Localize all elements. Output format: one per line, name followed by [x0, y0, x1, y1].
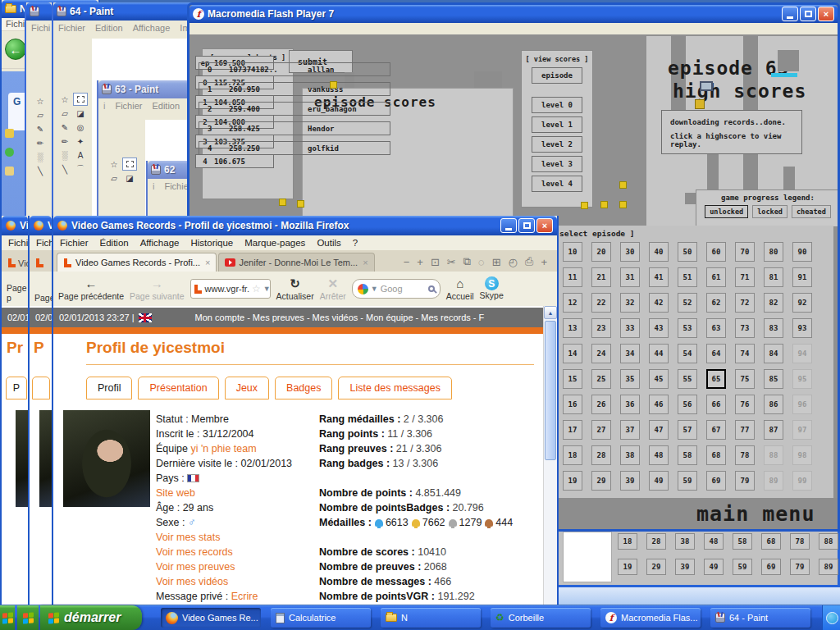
episode-button[interactable]: 13: [563, 318, 582, 338]
site-topnav[interactable]: Mon compte - Mes preuves - Mes vidéos - …: [195, 313, 485, 322]
cut-icon[interactable]: ✂: [447, 256, 456, 268]
taskbar-item[interactable]: ♻Corbeille: [491, 608, 591, 628]
episode-button[interactable]: 81: [764, 267, 783, 287]
line-tool-icon[interactable]: ╲: [57, 162, 72, 176]
select-tool-icon[interactable]: [73, 93, 88, 106]
paint-menu-item[interactable]: Affichage: [133, 23, 171, 33]
episode-button[interactable]: 15: [563, 369, 582, 389]
episode-button[interactable]: 60: [706, 242, 726, 262]
episode-button[interactable]: 70: [735, 242, 755, 262]
scroll-up-icon[interactable]: ▲: [544, 306, 557, 319]
add-toolbar-icon[interactable]: +: [541, 256, 547, 268]
stop-button[interactable]: ✕ Arrêter: [320, 276, 346, 302]
episode-button[interactable]: 99: [792, 471, 812, 491]
episode-button[interactable]: 12: [563, 293, 582, 313]
level-button[interactable]: level 0: [532, 97, 582, 113]
paste-icon[interactable]: ⊡: [431, 256, 440, 268]
episode-button[interactable]: 61: [706, 267, 726, 287]
start-button[interactable]: démarrer: [40, 605, 142, 630]
episode-button[interactable]: 21: [591, 267, 611, 287]
fill-tool-icon[interactable]: ◪: [122, 171, 137, 185]
start-button-fragment[interactable]: [0, 605, 15, 630]
main-menu-button[interactable]: main menu: [696, 502, 815, 526]
eraser-tool-icon[interactable]: ▱: [107, 171, 121, 185]
episode-button[interactable]: 89: [764, 471, 783, 491]
back-button[interactable]: ← Page précédente: [58, 276, 124, 302]
episode-button[interactable]: 54: [678, 344, 697, 363]
episode-button[interactable]: 31: [620, 267, 640, 287]
episode-button[interactable]: 41: [649, 267, 669, 287]
taskbar-item[interactable]: N: [381, 608, 481, 628]
profile-link[interactable]: Ecrire: [231, 591, 258, 602]
firefox-menu-item[interactable]: Affichage: [140, 238, 180, 248]
episode-button[interactable]: 68: [761, 533, 781, 550]
tab-close-icon[interactable]: ×: [205, 258, 210, 267]
profile-link[interactable]: Voir mes vidéos: [156, 576, 228, 587]
legend-unlocked-button[interactable]: unlocked: [705, 205, 748, 218]
browser-tab[interactable]: Jenifer - Donne-Moi Le Tem...×: [218, 253, 374, 272]
paint-menu-item[interactable]: Fichi: [31, 23, 50, 33]
paint-titlebar[interactable]: [26, 2, 52, 21]
episode-button[interactable]: 67: [706, 420, 726, 440]
episode-button[interactable]: 97: [792, 420, 812, 440]
episode-button[interactable]: 34: [620, 344, 640, 363]
profile-tab-badges[interactable]: Badges: [275, 377, 332, 399]
episode-button[interactable]: 58: [678, 445, 697, 465]
search-engine-dropdown-icon[interactable]: ▼: [371, 285, 378, 293]
episode-button[interactable]: 29: [591, 471, 611, 491]
brush-tool-icon[interactable]: ✦: [73, 135, 88, 148]
profile-tab-jeux[interactable]: Jeux: [225, 377, 269, 399]
episode-button[interactable]: 75: [735, 369, 755, 389]
firefox-menu-item[interactable]: ?: [353, 238, 358, 248]
firefox-titlebar[interactable]: V: [30, 216, 52, 235]
episode-button[interactable]: 66: [706, 395, 726, 414]
episode-button[interactable]: 87: [764, 420, 783, 440]
episode-button[interactable]: 76: [735, 395, 755, 414]
pencil-tool-icon[interactable]: ✏: [57, 135, 72, 148]
episode-button[interactable]: 78: [735, 445, 755, 465]
episode-button[interactable]: 93: [792, 318, 812, 338]
firefox-menu-item[interactable]: Édition: [100, 238, 129, 248]
episode-button[interactable]: 69: [761, 559, 781, 575]
airbrush-tool-icon[interactable]: ░: [33, 150, 48, 163]
eraser-tool-icon[interactable]: ▱: [57, 107, 72, 120]
paint-menu-item[interactable]: Edition: [95, 23, 123, 33]
episode-button[interactable]: 86: [764, 395, 783, 414]
profile-tab-profil[interactable]: Profil: [86, 377, 132, 399]
episode-button[interactable]: 29: [646, 559, 666, 575]
episode-button[interactable]: 52: [678, 293, 697, 313]
episode-button[interactable]: 56: [678, 395, 697, 414]
episode-button[interactable]: 40: [649, 242, 669, 262]
firefox-titlebar[interactable]: Video Games Records - Profil de yicestmo…: [53, 216, 557, 235]
episode-button[interactable]: 44: [649, 344, 669, 363]
episode-button[interactable]: 53: [678, 318, 697, 338]
episode-button[interactable]: 71: [735, 267, 755, 287]
episode-button[interactable]: 49: [704, 559, 724, 575]
profile-link[interactable]: Site web: [156, 487, 195, 499]
home-button[interactable]: ⌂ Accueil: [446, 276, 474, 302]
taskpane-file-icon[interactable]: [5, 167, 14, 176]
start-button-fragment[interactable]: [17, 605, 39, 630]
new-window-icon[interactable]: ⊞: [492, 256, 501, 268]
taskbar-item[interactable]: Video Games Re...: [161, 608, 261, 628]
text-tool-icon[interactable]: A: [73, 148, 88, 162]
episode-button[interactable]: 55: [678, 369, 697, 389]
episode-button[interactable]: 79: [790, 559, 810, 575]
episode-button[interactable]: 94: [792, 344, 812, 363]
profile-link[interactable]: Voir mes preuves: [156, 561, 235, 573]
episode-button[interactable]: 51: [678, 267, 697, 287]
episode-button[interactable]: 10: [563, 242, 582, 262]
episode-button[interactable]: 19: [563, 471, 582, 491]
episode-button[interactable]: 35: [620, 369, 640, 389]
highscore-row[interactable]: 2259.400eru_bahagon: [199, 102, 390, 116]
episode-button[interactable]: 50: [678, 242, 697, 262]
episode-button[interactable]: 22: [591, 293, 611, 313]
forward-button[interactable]: → Page suivante: [130, 276, 185, 302]
search-input[interactable]: ▼ Goog: [352, 279, 441, 299]
pencil-tool-icon[interactable]: ✏: [33, 136, 48, 149]
episode-button[interactable]: 20: [591, 242, 611, 262]
magnifier-tool-icon[interactable]: ◎: [73, 121, 88, 134]
episode-button[interactable]: 43: [649, 318, 669, 338]
episode-button[interactable]: 48: [704, 533, 724, 550]
episode-button[interactable]: 59: [733, 559, 752, 575]
